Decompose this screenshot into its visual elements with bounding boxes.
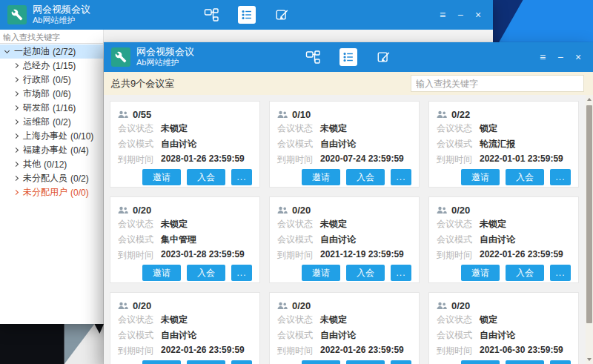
mode-value: 轮流汇报: [480, 138, 515, 150]
room-count: 0/20: [133, 300, 151, 311]
room-list-icon: [342, 50, 355, 64]
room-list-button[interactable]: [339, 48, 357, 66]
mode-value: 自由讨论: [320, 329, 356, 342]
join-button[interactable]: 入会: [187, 360, 225, 364]
invite-button[interactable]: 邀请: [461, 169, 500, 185]
close-button[interactable]: ×: [571, 51, 586, 63]
room-count: 0/22: [451, 109, 470, 120]
sidebar-search-input[interactable]: [0, 31, 103, 44]
chevron-right-icon: [13, 190, 19, 195]
invite-button[interactable]: 邀请: [461, 265, 500, 281]
expire-label: 到期时间: [277, 153, 320, 166]
minimize-button[interactable]: −: [453, 9, 468, 21]
expire-label: 到期时间: [118, 249, 161, 262]
join-button[interactable]: 入会: [346, 360, 385, 364]
tree-item-福建办事处[interactable]: 福建办事处(0/4): [0, 143, 103, 157]
join-button[interactable]: 入会: [346, 265, 385, 281]
tree-item-市场部[interactable]: 市场部(0/6): [0, 87, 103, 101]
status-value: 未锁定: [320, 122, 347, 135]
status-label: 会议状态: [118, 122, 161, 135]
chevron-right-icon: [13, 77, 19, 82]
arrow-up-icon: [587, 98, 592, 101]
tree-count: (0/2): [70, 173, 89, 184]
invite-button[interactable]: 邀请: [461, 360, 500, 364]
status-label: 会议状态: [277, 314, 320, 326]
invite-button[interactable]: 邀请: [302, 360, 340, 364]
room-card-grid: 例会会议室 0/55 会议状态未锁定 会议模式自由讨论 到期时间2028-01-…: [104, 95, 586, 364]
chevron-right-icon: [13, 63, 19, 68]
more-button[interactable]: ...: [391, 169, 411, 185]
more-button[interactable]: ...: [550, 169, 571, 185]
invite-button[interactable]: 邀请: [142, 360, 181, 364]
tree-item-一起加油[interactable]: 一起加油(2/72): [0, 44, 103, 59]
app-logo: [7, 5, 27, 24]
mode-label: 会议模式: [437, 329, 480, 342]
tree-item-其他[interactable]: 其他(0/12): [0, 157, 103, 171]
join-button[interactable]: 入会: [187, 265, 225, 281]
room-card: Test Room 测试教室 0/10 会议状态未锁定 会议模式自由讨论 到期时…: [269, 101, 420, 188]
expire-value: 2022-01-26 23:59:59: [320, 345, 404, 357]
tree-item-未分配人员[interactable]: 未分配人员(0/2): [0, 171, 103, 185]
more-button[interactable]: ...: [231, 360, 252, 364]
close-button[interactable]: ×: [471, 9, 486, 21]
expire-value: 2022-01-01 23:59:59: [480, 153, 563, 166]
room-count: 0/20: [133, 205, 151, 216]
tree-item-运维部[interactable]: 运维部(0/2): [0, 115, 103, 129]
invite-button[interactable]: 邀请: [302, 265, 340, 281]
scroll-down-button[interactable]: [586, 355, 593, 364]
more-button[interactable]: ...: [231, 169, 252, 185]
room-list-button[interactable]: [238, 6, 256, 24]
join-button[interactable]: 入会: [506, 169, 544, 185]
edit-button[interactable]: [375, 48, 393, 66]
tree-item-未分配用户[interactable]: 未分配用户(0/0): [0, 185, 103, 199]
tree-item-总经办[interactable]: 总经办(1/15): [0, 59, 103, 73]
more-button[interactable]: ...: [391, 360, 411, 364]
org-chart-icon: [305, 50, 320, 64]
scrollbar-thumb[interactable]: [586, 105, 592, 323]
join-button[interactable]: 入会: [346, 169, 385, 185]
join-button[interactable]: 入会: [187, 169, 225, 185]
status-value: 锁定: [480, 314, 497, 326]
org-chart-button[interactable]: [304, 48, 322, 66]
minimize-button[interactable]: −: [553, 51, 568, 63]
desktop-wallpaper-topright: [493, 0, 593, 42]
invite-button[interactable]: 邀请: [302, 169, 340, 185]
chevron-right-icon: [13, 162, 19, 167]
status-value: 未锁定: [480, 218, 506, 231]
status-label: 会议状态: [118, 314, 161, 326]
rooms-toolbar: 总共9个会议室: [104, 72, 593, 95]
more-button[interactable]: ...: [391, 265, 411, 281]
chevron-right-icon: [13, 119, 19, 125]
more-button[interactable]: ...: [550, 360, 571, 364]
expire-label: 到期时间: [437, 153, 480, 166]
org-chart-icon: [204, 7, 219, 22]
tree-item-研发部[interactable]: 研发部(1/16): [0, 101, 103, 115]
people-icon: [118, 302, 128, 310]
menu-button[interactable]: ≡: [435, 9, 450, 21]
status-value: 未锁定: [161, 218, 188, 231]
more-button[interactable]: ...: [550, 265, 571, 281]
chevron-right-icon: [13, 148, 19, 153]
app-subtitle: Ab网站维护: [33, 16, 90, 25]
more-button[interactable]: ...: [231, 265, 252, 281]
scroll-up-button[interactable]: [586, 95, 593, 104]
titlebar: 网会视频会议 Ab网站维护 ≡ −: [104, 42, 593, 72]
invite-button[interactable]: 邀请: [142, 265, 181, 281]
people-icon: [277, 302, 288, 310]
tree-count: (0/10): [70, 131, 93, 142]
mode-label: 会议模式: [118, 329, 161, 342]
invite-button[interactable]: 邀请: [142, 169, 181, 185]
tree-item-上海办事处[interactable]: 上海办事处(0/10): [0, 129, 103, 143]
menu-button[interactable]: ≡: [535, 51, 550, 63]
edit-button[interactable]: [274, 6, 291, 24]
tree-item-行政部[interactable]: 行政部(0/5): [0, 73, 103, 87]
mode-value: 自由讨论: [161, 138, 196, 150]
join-button[interactable]: 入会: [506, 265, 544, 281]
org-chart-button[interactable]: [202, 6, 220, 24]
app-title: 网会视频会议: [33, 4, 90, 16]
rooms-search-input[interactable]: [411, 75, 584, 92]
chevron-down-icon: [4, 48, 10, 53]
join-button[interactable]: 入会: [506, 360, 544, 364]
mode-label: 会议模式: [277, 138, 320, 150]
room-list-icon: [240, 8, 254, 21]
